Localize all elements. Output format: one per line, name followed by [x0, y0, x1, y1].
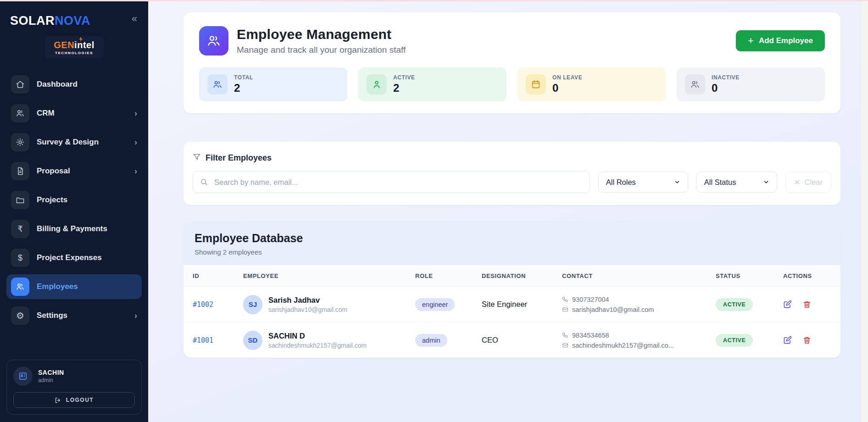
rupee-icon: ₹ — [11, 220, 29, 238]
dollar-icon: $ — [11, 249, 29, 267]
employee-name: Sarish Jadhav — [268, 296, 347, 305]
chevron-down-icon — [674, 179, 680, 185]
users-icon — [685, 74, 705, 94]
edit-button[interactable] — [783, 336, 792, 344]
clear-filters-button[interactable]: ✕ Clear — [785, 172, 831, 193]
id-card-icon — [13, 366, 33, 386]
users-icon — [207, 74, 228, 94]
contact-email: sarishjadhav10@gmail.com — [572, 306, 654, 313]
search-input[interactable] — [193, 171, 590, 193]
add-employee-button[interactable]: + Add Employee — [736, 30, 825, 51]
chevron-right-icon: › — [134, 167, 137, 176]
edit-icon — [783, 300, 792, 309]
stat-card-inactive: INACTIVE 0 — [677, 67, 825, 101]
employee-table-card: Employee Database Showing 2 employees ID… — [184, 222, 840, 358]
contact-email: sachindeshmukh2157@gmail.co... — [572, 342, 674, 349]
employee-email: sarishjadhav10@gmail.com — [268, 306, 347, 313]
filter-card: Filter Employees All Roles All Status ✕ — [184, 142, 840, 205]
table-header-row: ID EMPLOYEE ROLE DESIGNATION CONTACT STA… — [184, 265, 840, 286]
table-subtitle: Showing 2 employees — [195, 248, 829, 256]
sidebar-item-employees[interactable]: Employees — [6, 274, 142, 299]
employees-icon — [199, 26, 228, 56]
filter-funnel-icon — [193, 153, 201, 163]
scrollbar-track[interactable] — [861, 1, 868, 422]
stat-card-active: ACTIVE 2 — [358, 67, 506, 101]
top-accent-strip — [0, 0, 868, 1]
status-badge: ACTIVE — [716, 298, 753, 311]
collapse-sidebar-icon[interactable]: « — [132, 14, 137, 24]
roles-select[interactable]: All Roles — [598, 172, 688, 193]
stat-card-on-leave: ON LEAVE 0 — [517, 67, 666, 101]
user-name: SACHIN — [38, 369, 64, 376]
sidebar: SOLARNOVA « GENintel TECHNOLOGIES Dashbo… — [0, 0, 148, 422]
folder-icon — [11, 191, 29, 209]
sidebar-nav: Dashboard CRM › Survey & Design › Propos… — [0, 72, 148, 328]
role-badge: engineer — [415, 298, 455, 311]
sidebar-item-billing-payments[interactable]: ₹ Billing & Payments — [6, 217, 142, 241]
employee-name: SACHIN D — [268, 332, 367, 340]
company-logo: GENintel TECHNOLOGIES — [45, 36, 104, 58]
sidebar-item-crm[interactable]: CRM › — [6, 101, 142, 126]
table-row: #1001 SD SACHIN D sachindeshmukh2157@gma… — [184, 322, 840, 358]
status-badge: ACTIVE — [716, 334, 753, 347]
users-icon — [11, 278, 29, 296]
table-row: #1002 SJ Sarish Jadhav sarishjadhav10@gm… — [184, 286, 840, 322]
chevron-down-icon — [763, 179, 769, 185]
chevron-right-icon: › — [134, 138, 137, 147]
person-icon — [367, 74, 387, 94]
user-card: SACHIN admin LOGOUT — [6, 360, 142, 415]
filter-title: Filter Employees — [206, 153, 272, 163]
stats-row: TOTAL 2 ACTIVE 2 — [199, 67, 825, 101]
calendar-icon — [526, 74, 546, 94]
sidebar-item-survey-design[interactable]: Survey & Design › — [6, 130, 142, 155]
sidebar-item-dashboard[interactable]: Dashboard — [6, 72, 142, 97]
sidebar-item-project-expenses[interactable]: $ Project Expenses — [6, 245, 142, 270]
avatar: SJ — [243, 295, 262, 314]
chevron-right-icon: › — [134, 311, 137, 321]
edit-icon — [783, 336, 792, 344]
logout-button[interactable]: LOGOUT — [13, 392, 135, 408]
sidebar-item-settings[interactable]: ⚙ Settings › — [6, 303, 142, 328]
close-icon: ✕ — [794, 178, 801, 187]
phone-number: 9834534658 — [572, 332, 609, 339]
phone-icon — [562, 296, 568, 303]
avatar: SD — [243, 331, 262, 350]
mail-icon — [562, 306, 568, 313]
employee-id-link[interactable]: #1002 — [193, 300, 243, 309]
search-icon — [200, 178, 208, 186]
status-select[interactable]: All Status — [696, 172, 777, 193]
phone-number: 9307327004 — [572, 296, 609, 303]
user-role: admin — [38, 377, 64, 383]
plus-icon: + — [748, 36, 754, 46]
page-header-card: Employee Management Manage and track all… — [184, 12, 840, 113]
chevron-right-icon: › — [134, 109, 137, 118]
sidebar-item-projects[interactable]: Projects — [6, 188, 142, 212]
trash-icon — [803, 300, 811, 309]
gear-icon: ⚙ — [11, 306, 29, 325]
employee-email: sachindeshmukh2157@gmail.com — [268, 342, 367, 349]
sun-icon — [11, 133, 29, 151]
phone-icon — [562, 332, 568, 339]
users-icon — [11, 104, 29, 122]
page-title: Employee Management — [237, 27, 406, 42]
brand-logo: SOLARNOVA — [10, 14, 90, 28]
logout-icon — [55, 397, 61, 404]
role-badge: admin — [415, 334, 447, 347]
sidebar-item-proposal[interactable]: Proposal › — [6, 159, 142, 183]
home-icon — [11, 75, 29, 94]
employee-id-link[interactable]: #1001 — [193, 336, 243, 344]
trash-icon — [803, 336, 811, 344]
main-content: Employee Management Manage and track all… — [148, 1, 861, 422]
document-icon — [11, 162, 29, 180]
delete-button[interactable] — [803, 336, 811, 344]
page-subtitle: Manage and track all your organization s… — [237, 45, 406, 55]
table-title: Employee Database — [195, 232, 829, 245]
edit-button[interactable] — [783, 300, 792, 309]
mail-icon — [562, 342, 568, 349]
stat-card-total: TOTAL 2 — [199, 67, 347, 101]
delete-button[interactable] — [803, 300, 811, 309]
designation: CEO — [482, 336, 562, 344]
designation: Site Engineer — [482, 300, 562, 309]
